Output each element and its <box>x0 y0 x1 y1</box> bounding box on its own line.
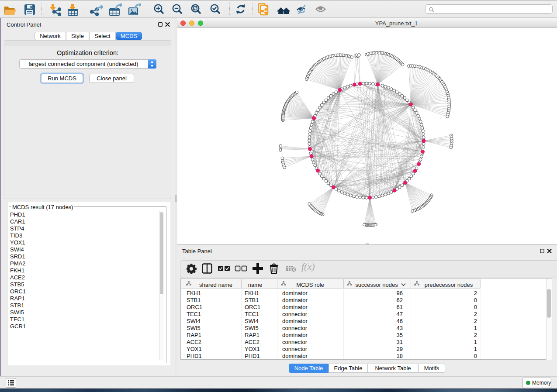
svg-text:f(x): f(x) <box>301 262 315 272</box>
